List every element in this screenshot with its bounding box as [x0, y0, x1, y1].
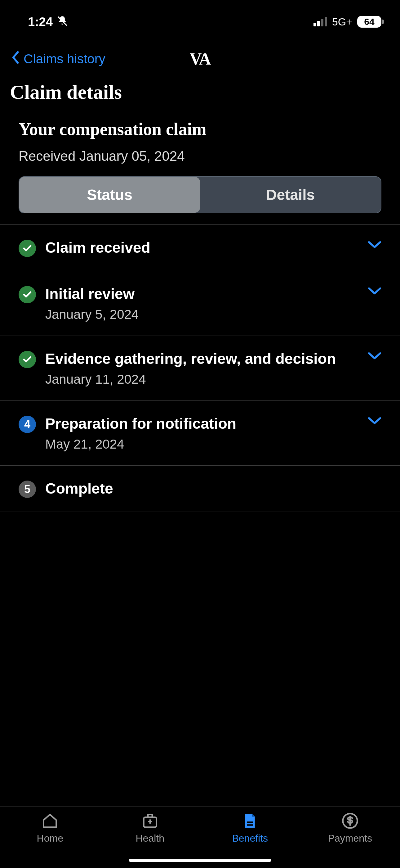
claim-steps-list: Claim received Initial review January 5,… [0, 224, 400, 512]
step-number-icon: 5 [19, 480, 36, 498]
svg-rect-2 [148, 815, 152, 817]
page-title: Claim details [0, 74, 400, 113]
tab-label: Payments [328, 833, 372, 844]
step-preparation-notification[interactable]: 4 Preparation for notification May 21, 2… [0, 401, 400, 466]
brand-title: VA [190, 49, 210, 69]
chevron-left-icon [10, 51, 21, 67]
tab-details[interactable]: Details [200, 177, 381, 213]
status-bar: 1:24 5G+ 64 [0, 0, 400, 37]
medkit-icon [140, 812, 160, 830]
step-initial-review[interactable]: Initial review January 5, 2024 [0, 271, 400, 336]
status-left: 1:24 [28, 15, 68, 29]
step-title: Claim received [45, 239, 381, 257]
battery-icon: 64 [357, 16, 381, 28]
tab-payments[interactable]: Payments [300, 812, 400, 868]
clock: 1:24 [28, 15, 53, 29]
segmented-control: Status Details [0, 176, 400, 224]
home-indicator[interactable] [129, 859, 271, 862]
tab-label: Home [37, 833, 63, 844]
tab-home[interactable]: Home [0, 812, 100, 868]
tab-label: Benefits [232, 833, 268, 844]
svg-rect-3 [247, 822, 253, 823]
claim-heading: Your compensation claim [0, 113, 400, 142]
tab-status[interactable]: Status [19, 177, 200, 213]
step-number-icon: 4 [19, 416, 36, 433]
battery-level: 64 [357, 16, 381, 28]
status-right: 5G+ 64 [313, 16, 381, 28]
document-icon [240, 812, 260, 830]
step-claim-received[interactable]: Claim received [0, 225, 400, 271]
claim-received-line: Received January 05, 2024 [0, 142, 400, 176]
step-evidence-gathering[interactable]: Evidence gathering, review, and decision… [0, 336, 400, 401]
step-date: January 5, 2024 [45, 307, 381, 322]
chevron-down-icon [368, 416, 381, 426]
mute-icon [57, 15, 68, 28]
chevron-down-icon [368, 286, 381, 297]
signal-icon [313, 17, 327, 26]
step-title: Evidence gathering, review, and decision [45, 349, 381, 368]
svg-rect-4 [247, 824, 253, 826]
step-date: May 21, 2024 [45, 437, 381, 452]
step-title: Complete [45, 479, 381, 498]
check-icon [19, 240, 36, 257]
home-icon [40, 812, 60, 830]
check-icon [19, 286, 36, 303]
nav-header: Claims history VA [0, 37, 400, 74]
chevron-down-icon [368, 240, 381, 250]
tab-label: Health [136, 833, 165, 844]
step-complete[interactable]: 5 Complete [0, 466, 400, 512]
step-title: Initial review [45, 285, 381, 303]
back-button[interactable]: Claims history [10, 51, 105, 67]
check-icon [19, 351, 36, 368]
network-type: 5G+ [332, 16, 352, 28]
step-title: Preparation for notification [45, 414, 381, 433]
chevron-down-icon [368, 351, 381, 361]
back-label: Claims history [24, 52, 105, 66]
dollar-circle-icon [340, 812, 360, 830]
step-date: January 11, 2024 [45, 372, 381, 387]
